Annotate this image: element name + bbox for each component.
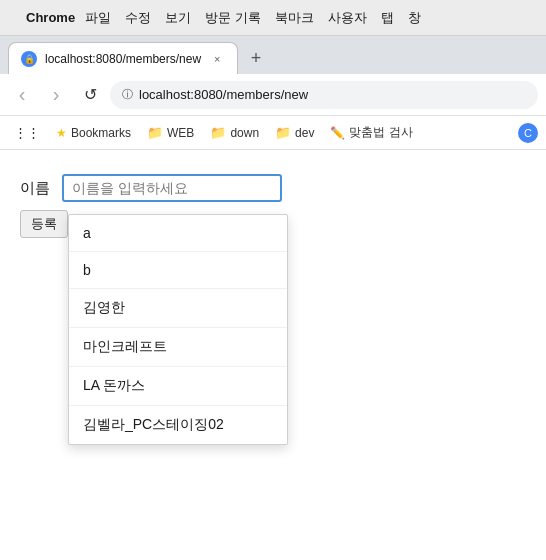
bm-down-label: down (230, 126, 259, 140)
form-row: 이름 (20, 174, 526, 202)
bm-dev-folder[interactable]: 📁 dev (269, 122, 320, 143)
bookmarks-label: Bookmarks (71, 126, 131, 140)
autocomplete-item-1[interactable]: b (69, 252, 287, 289)
address-bar-row: ‹ › ↺ ⓘ localhost:8080/members/new (0, 74, 546, 116)
tab-title: localhost:8080/members/new (45, 52, 201, 66)
bookmarks-bar: ⋮⋮ ★ Bookmarks 📁 WEB 📁 down 📁 dev ✏️ 맞춤법… (0, 116, 546, 150)
bm-spellcheck[interactable]: ✏️ 맞춤법 검사 (324, 121, 418, 144)
bm-down-folder[interactable]: 📁 down (204, 122, 265, 143)
menu-view[interactable]: 보기 (165, 9, 191, 27)
app-name: Chrome (26, 10, 75, 25)
submit-button[interactable]: 등록 (20, 210, 68, 238)
autocomplete-item-5[interactable]: 김벨라_PC스테이징02 (69, 406, 287, 444)
menu-bookmarks[interactable]: 북마크 (275, 9, 314, 27)
folder-icon-down: 📁 (210, 125, 226, 140)
menu-user[interactable]: 사용자 (328, 9, 367, 27)
bm-dev-label: dev (295, 126, 314, 140)
autocomplete-item-3[interactable]: 마인크레프트 (69, 328, 287, 367)
folder-icon-dev: 📁 (275, 125, 291, 140)
bm-spellcheck-label: 맞춤법 검사 (349, 124, 412, 141)
menu-tab[interactable]: 탭 (381, 9, 394, 27)
active-tab[interactable]: 🔒 localhost:8080/members/new × (8, 42, 238, 74)
name-input[interactable] (62, 174, 282, 202)
menu-window[interactable]: 창 (408, 9, 421, 27)
title-bar: Chrome 파일 수정 보기 방문 기록 북마크 사용자 탭 창 (0, 0, 546, 36)
bookmarks-item[interactable]: ★ Bookmarks (50, 123, 137, 143)
chrome-extension-icon[interactable]: C (518, 123, 538, 143)
tag-icon: ✏️ (330, 126, 345, 140)
browser-frame: 🔒 localhost:8080/members/new × + ‹ › ↺ ⓘ… (0, 36, 546, 150)
bm-web-label: WEB (167, 126, 194, 140)
menu-history[interactable]: 방문 기록 (205, 9, 261, 27)
menu-file[interactable]: 파일 (85, 9, 111, 27)
tab-close-button[interactable]: × (209, 51, 225, 67)
bm-web-folder[interactable]: 📁 WEB (141, 122, 200, 143)
tab-bar: 🔒 localhost:8080/members/new × + (0, 36, 546, 74)
address-text: localhost:8080/members/new (139, 87, 308, 102)
autocomplete-dropdown: a b 김영한 마인크레프트 LA 돈까스 김벨라_PC스테이징02 (68, 214, 288, 445)
menu-edit[interactable]: 수정 (125, 9, 151, 27)
lock-icon: ⓘ (122, 87, 133, 102)
back-button[interactable]: ‹ (8, 81, 36, 109)
folder-icon-web: 📁 (147, 125, 163, 140)
autocomplete-item-4[interactable]: LA 돈까스 (69, 367, 287, 406)
address-box[interactable]: ⓘ localhost:8080/members/new (110, 81, 538, 109)
form-label: 이름 (20, 179, 50, 198)
autocomplete-item-0[interactable]: a (69, 215, 287, 252)
tab-favicon: 🔒 (21, 51, 37, 67)
forward-button[interactable]: › (42, 81, 70, 109)
apps-button[interactable]: ⋮⋮ (8, 122, 46, 143)
autocomplete-item-2[interactable]: 김영한 (69, 289, 287, 328)
new-tab-button[interactable]: + (242, 44, 270, 72)
title-bar-menu: 파일 수정 보기 방문 기록 북마크 사용자 탭 창 (85, 9, 421, 27)
apps-icon: ⋮⋮ (14, 125, 40, 140)
reload-button[interactable]: ↺ (76, 81, 104, 109)
page-content: 이름 등록 a b 김영한 마인크레프트 LA 돈까스 김벨라_PC스테이징02 (0, 150, 546, 262)
star-icon: ★ (56, 126, 67, 140)
